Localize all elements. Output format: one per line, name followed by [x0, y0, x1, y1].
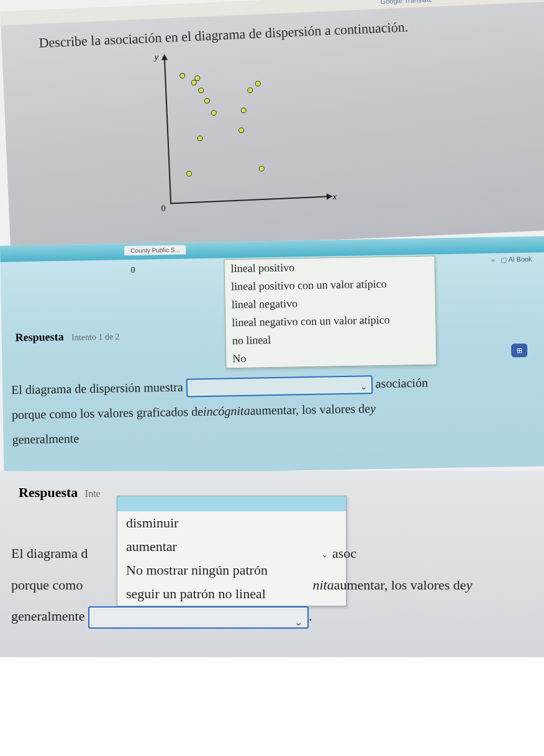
y-axis-label: y: [154, 52, 158, 62]
sentence-fragment: aumentar, los valores de: [334, 577, 466, 593]
scatter-point: [179, 73, 185, 78]
scatter-point: [238, 127, 244, 133]
response-label: Respuesta: [19, 485, 78, 500]
variable-x-frag: nita: [312, 577, 333, 593]
response-heading: Respuesta Intento 1 de 2: [15, 329, 119, 344]
sentence-fragment: generalmente: [11, 608, 85, 624]
sentence-fragment: asociación: [375, 376, 428, 390]
scatter-point: [194, 75, 200, 81]
dropdown-highlight: [117, 496, 346, 511]
sentence-fragment: aumentar, los valores de: [250, 401, 370, 417]
whitespace: [0, 657, 544, 756]
browser-tab[interactable]: County Public S...: [124, 245, 186, 255]
x-axis-label: x: [332, 192, 337, 202]
dropdown-option[interactable]: disminuir: [117, 511, 346, 535]
sentence-fragment: asoc: [332, 545, 356, 561]
scatter-point: [204, 98, 210, 104]
chevron-right-icon: »: [491, 256, 495, 263]
sentence-fragment: El diagrama de dispersión muestra: [11, 380, 183, 397]
folder-icon: ▢: [501, 255, 509, 263]
keypad-icon[interactable]: ⊞: [511, 344, 527, 357]
sentence-fragment: porque como los valores graficados de: [12, 404, 204, 421]
dropdown-option[interactable]: No: [226, 346, 436, 368]
variable-y: y: [370, 401, 376, 415]
question-panel: Google Translate Describe la asociación …: [0, 0, 544, 254]
attempt-counter: Intento 1 de 2: [71, 332, 120, 342]
scatter-point: [241, 107, 247, 113]
trend-select[interactable]: [88, 606, 309, 629]
bookmark-folder[interactable]: » ▢ Al Book: [491, 255, 532, 264]
response-heading: Respuesta Inte: [19, 485, 101, 501]
scatter-point: [259, 166, 265, 171]
answer-panel-1: County Public S... » ▢ Al Book 0 lineal …: [0, 236, 544, 475]
answer-sentence: El diagrama d ⌄asoc porque comonitaaumen…: [11, 538, 544, 632]
association-select[interactable]: [186, 376, 372, 398]
scatter-point: [198, 88, 204, 93]
scatter-point: [211, 110, 217, 116]
chevron-down-icon[interactable]: ⌄: [321, 545, 329, 565]
origin-label: 0: [161, 204, 166, 214]
association-dropdown-list[interactable]: lineal positivo lineal positivo con un v…: [224, 255, 437, 368]
scatter-plot: y x 0: [152, 48, 332, 217]
scatter-point: [247, 87, 253, 93]
y-axis: [164, 55, 171, 204]
scatter-point: [186, 171, 192, 176]
response-label: Respuesta: [15, 330, 63, 344]
variable-x: incógnita: [203, 404, 250, 418]
attempt-counter-truncated: Inte: [85, 488, 101, 499]
variable-y: y: [466, 577, 473, 593]
x-axis: [170, 196, 332, 204]
sentence-fragment: porque como: [11, 577, 83, 593]
origin-label-duplicate: 0: [131, 265, 135, 275]
sentence-fragment: El diagrama d: [11, 545, 88, 561]
folder-label: Al Book: [509, 255, 532, 263]
answer-panel-2: Respuesta Inte disminuir aumentar No mos…: [0, 471, 544, 657]
answer-sentence: El diagrama de dispersión muestra asocia…: [11, 368, 539, 452]
scatter-point: [197, 135, 202, 141]
sentence-period: .: [309, 608, 312, 624]
scatter-point: [255, 81, 261, 86]
sentence-fragment: generalmente: [12, 431, 79, 446]
